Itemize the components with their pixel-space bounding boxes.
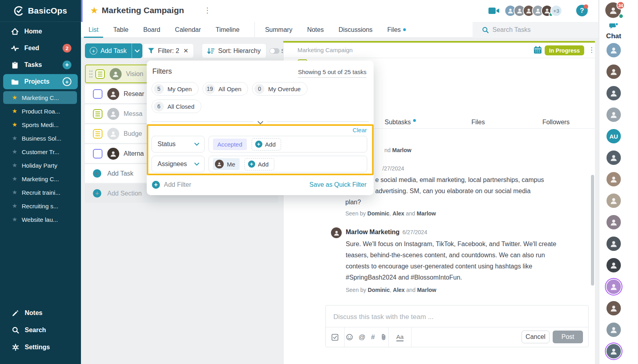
panel-tab-followers[interactable]: Followers (517, 116, 595, 128)
tab-board[interactable]: Board (143, 22, 160, 38)
clear-filters-link[interactable]: Clear (352, 127, 367, 133)
avatar[interactable] (606, 344, 621, 358)
add-task-dropdown-caret[interactable] (132, 43, 142, 58)
title-menu-icon[interactable]: ⋮ (204, 6, 211, 15)
sidebar-project-item[interactable]: ★Recruiting s... (0, 199, 81, 213)
avatar[interactable] (606, 65, 621, 79)
status-badge[interactable]: In Progress (545, 45, 584, 55)
avatar-overflow-count[interactable]: +3 (550, 5, 562, 17)
avatar[interactable] (606, 151, 621, 165)
tab-notes[interactable]: Notes (307, 22, 324, 38)
sidebar-item-settings[interactable]: Settings (0, 340, 81, 355)
view-toggle-switch[interactable] (270, 48, 280, 54)
app-logo[interactable]: BasicOps (0, 0, 81, 22)
quick-filter-my-overdue[interactable]: 0My Overdue (252, 82, 307, 96)
sidebar-project-item[interactable]: ★Recruit traini... (0, 186, 81, 199)
message-line: contests to encourage user-generated con… (346, 261, 556, 272)
sidebar-item-home[interactable]: Home (0, 24, 81, 39)
favorite-star-icon[interactable]: ★ (90, 5, 98, 16)
sort-button[interactable]: Sort: Hierarchy (202, 43, 266, 58)
project-label: Recruit traini... (22, 189, 60, 196)
cancel-button[interactable]: Cancel (522, 331, 549, 343)
message-author[interactable]: Marlow Marketing (346, 229, 400, 235)
tab-files[interactable]: Files (387, 22, 406, 38)
mention-icon[interactable]: @ (358, 333, 365, 341)
panel-tab-files[interactable]: Files (439, 116, 517, 128)
tab-timeline[interactable]: Timeline (216, 22, 240, 38)
add-task-button[interactable]: +Add Task (85, 43, 142, 58)
video-call-icon[interactable] (488, 7, 500, 15)
sidebar-project-item[interactable]: ★Holiday Party (0, 159, 81, 172)
status-field-dropdown[interactable]: Status (152, 136, 205, 153)
current-user-avatar[interactable]: 34 (605, 2, 621, 18)
filter-button[interactable]: Filter: 2 × (142, 43, 194, 58)
sidebar-project-item[interactable]: ★Business Sol... (0, 131, 81, 145)
panel-menu-icon[interactable]: ⋮ (588, 46, 595, 54)
composer-placeholder[interactable]: Discuss this task with the team ... (333, 313, 433, 321)
sidebar-item-projects[interactable]: Projects + (3, 74, 78, 89)
assignees-field-dropdown[interactable]: Assignees (152, 156, 205, 172)
conversation-scrollbar[interactable] (591, 175, 594, 286)
sidebar-project-item[interactable]: ★Marketing C... (0, 172, 81, 186)
quick-filter-all-closed[interactable]: 6All Closed (152, 100, 201, 113)
member-avatar-stack[interactable]: +3 (504, 5, 562, 17)
avatar[interactable] (606, 86, 621, 100)
sidebar-project-item[interactable]: ★Marketing C... (0, 91, 81, 104)
drag-handle-icon[interactable] (89, 70, 93, 78)
avatar[interactable] (606, 43, 621, 57)
post-button[interactable]: Post (553, 331, 583, 343)
avatar[interactable] (606, 323, 621, 337)
task-status-icon[interactable] (93, 129, 102, 139)
clear-filter-icon[interactable]: × (183, 46, 188, 55)
task-checkbox[interactable] (93, 149, 102, 159)
add-status-button[interactable]: +Add (252, 138, 282, 151)
avatar[interactable] (606, 301, 621, 315)
add-task-quick-button[interactable]: + (63, 61, 71, 69)
avatar[interactable] (606, 108, 621, 122)
search-tasks-input[interactable]: Search Tasks (473, 22, 598, 38)
emoji-icon[interactable] (346, 334, 353, 341)
task-status-icon[interactable] (95, 69, 105, 79)
chat-toggle[interactable]: Chat (599, 22, 628, 40)
quick-filter-my-open[interactable]: 5My Open (152, 82, 199, 96)
add-assignee-button[interactable]: +Add (244, 158, 274, 170)
tab-calendar[interactable]: Calendar (175, 22, 201, 38)
sidebar-item-notes[interactable]: Notes (0, 305, 81, 321)
tab-table[interactable]: Table (113, 22, 128, 38)
sidebar-item-feed[interactable]: Feed 2 (0, 41, 81, 56)
avatar[interactable] (606, 280, 621, 294)
task-checkbox[interactable] (93, 89, 102, 99)
sidebar-item-tasks[interactable]: Tasks + (0, 57, 81, 72)
sidebar-item-search[interactable]: Search (0, 323, 81, 338)
task-status-icon[interactable] (93, 109, 102, 119)
avatar[interactable] (606, 258, 621, 272)
checklist-button[interactable] (326, 327, 344, 347)
help-button[interactable]: ? (576, 5, 588, 16)
avatar[interactable]: AU (606, 129, 621, 143)
format-button[interactable]: Aa (389, 327, 411, 347)
calendar-icon[interactable] (534, 46, 542, 54)
add-filter-button[interactable]: +Add Filter (152, 181, 191, 189)
add-project-button[interactable]: + (63, 77, 71, 86)
sidebar-project-item[interactable]: ★Customer Tr... (0, 145, 81, 159)
avatar[interactable] (606, 237, 621, 251)
tab-summary[interactable]: Summary (265, 22, 292, 38)
tab-discussions[interactable]: Discussions (339, 22, 372, 38)
tab-list[interactable]: List (89, 22, 98, 38)
quick-filter-all-open[interactable]: 19All Open (203, 82, 248, 96)
status-chip[interactable]: Accepted (213, 139, 247, 150)
attachment-icon[interactable] (380, 334, 387, 341)
hashtag-icon[interactable]: # (371, 333, 374, 341)
avatar[interactable] (331, 227, 342, 238)
showing-count[interactable]: Showing 5 out of 25 tasks (298, 68, 366, 78)
sidebar-project-item[interactable]: ★Product Roa... (0, 104, 81, 118)
sidebar-project-item[interactable]: ★Sports Medi... (0, 118, 81, 131)
avatar[interactable] (606, 215, 621, 229)
breadcrumb[interactable]: Marketing Campaign (297, 47, 352, 53)
sort-icon (207, 48, 215, 54)
save-quick-filter-link[interactable]: Save as Quick Filter (309, 181, 366, 188)
assignee-chip-me[interactable]: Me (213, 158, 240, 170)
sidebar-project-item[interactable]: ★Website lau... (0, 213, 81, 226)
avatar[interactable] (606, 194, 621, 208)
avatar[interactable] (606, 172, 621, 186)
